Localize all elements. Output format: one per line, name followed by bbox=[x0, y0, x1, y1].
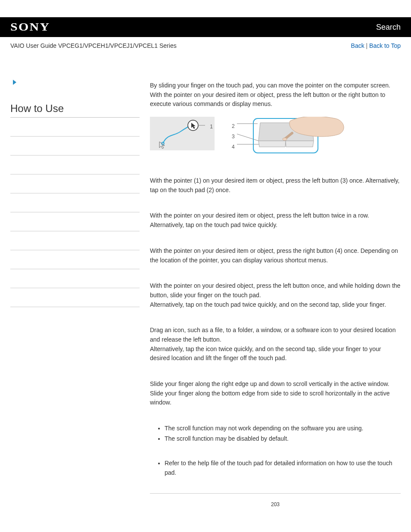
back-link[interactable]: Back bbox=[351, 42, 364, 49]
diagram-pointer: 1 bbox=[150, 117, 215, 150]
paragraph-double-click: With the pointer on your desired item or… bbox=[150, 211, 401, 230]
paragraph-drag-drop: Drag an icon, such as a file, to a folde… bbox=[150, 326, 401, 363]
callout-column: 2 3 4 bbox=[232, 121, 235, 152]
paragraph-click: With the pointer (1) on your desired ite… bbox=[150, 176, 401, 195]
sidebar-heading: How to Use bbox=[10, 103, 140, 118]
nav-items bbox=[10, 118, 140, 307]
chevron-right-icon[interactable] bbox=[10, 79, 140, 85]
subheader: VAIO User Guide VPCEG1/VPCEH1/VPCEJ1/VPC… bbox=[0, 37, 411, 53]
paragraph-scroll: Slide your finger along the right edge u… bbox=[150, 380, 401, 408]
page-number: 203 bbox=[150, 500, 401, 525]
nav-item[interactable] bbox=[10, 137, 140, 156]
back-to-top-link[interactable]: Back to Top bbox=[369, 42, 401, 49]
separator: | bbox=[366, 42, 370, 49]
svg-point-13 bbox=[283, 138, 287, 140]
svg-marker-12 bbox=[286, 141, 314, 147]
nav-item[interactable] bbox=[10, 174, 140, 193]
content-wrap: How to Use By sliding your finger on the… bbox=[0, 53, 411, 525]
callout-1: 1 bbox=[210, 124, 213, 130]
divider bbox=[150, 493, 401, 494]
main-content: By sliding your finger on the touch pad,… bbox=[150, 79, 401, 525]
nav-item[interactable] bbox=[10, 269, 140, 288]
nav-item[interactable] bbox=[10, 231, 140, 250]
callout-4: 4 bbox=[232, 142, 235, 152]
paragraph-right-click: With the pointer on your desired item or… bbox=[150, 246, 401, 265]
notes-list-2: Refer to the help file of the touch pad … bbox=[150, 459, 401, 477]
intro-paragraph: By sliding your finger on the touch pad,… bbox=[150, 81, 401, 109]
diagrams: 1 2 3 4 bbox=[150, 117, 401, 158]
nav-item[interactable] bbox=[10, 118, 140, 137]
nav-links: Back | Back to Top bbox=[351, 42, 401, 49]
callout-3: 3 bbox=[232, 131, 235, 142]
search-link[interactable]: Search bbox=[376, 23, 401, 32]
header-bar: SONY Search bbox=[0, 17, 411, 37]
note-item: Refer to the help file of the touch pad … bbox=[165, 459, 401, 477]
svg-marker-11 bbox=[258, 141, 286, 147]
note-item: The scroll function may not work dependi… bbox=[165, 424, 401, 433]
callout-2: 2 bbox=[232, 121, 235, 131]
nav-item[interactable] bbox=[10, 212, 140, 231]
guide-title: VAIO User Guide VPCEG1/VPCEH1/VPCEJ1/VPC… bbox=[10, 42, 177, 49]
sidebar: How to Use bbox=[10, 79, 140, 525]
nav-item[interactable] bbox=[10, 156, 140, 174]
diagram-touchpad: 2 3 4 bbox=[227, 117, 348, 158]
nav-item[interactable] bbox=[10, 193, 140, 212]
nav-item[interactable] bbox=[10, 288, 140, 307]
note-item: The scroll function may be disabled by d… bbox=[165, 434, 401, 444]
nav-item[interactable] bbox=[10, 250, 140, 269]
sony-logo: SONY bbox=[10, 21, 50, 34]
paragraph-drag: With the pointer on your desired object,… bbox=[150, 281, 401, 309]
notes-list-1: The scroll function may not work dependi… bbox=[150, 424, 401, 443]
